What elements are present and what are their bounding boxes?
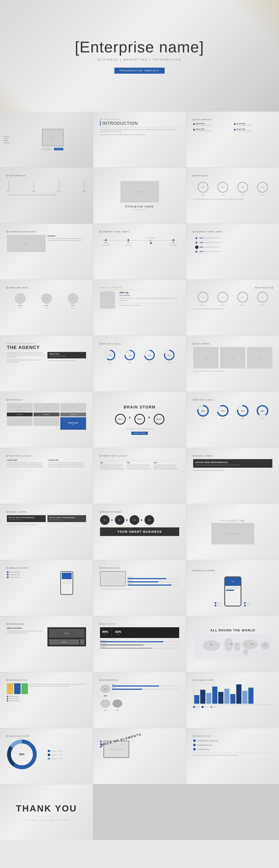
legend-sq bbox=[48, 750, 50, 752]
ms2-feature: Feature 3 bbox=[246, 602, 251, 603]
image-news-2-label2: OFFICE NEW PERFORMANCE bbox=[49, 517, 84, 518]
service-dot bbox=[193, 129, 195, 130]
donut-chart-svg: 60% bbox=[7, 739, 37, 769]
fan-stat-num2: 63% bbox=[115, 630, 121, 633]
hero-button[interactable]: PRESENTATION TEMPLATE bbox=[114, 68, 165, 74]
image-news-2-box2: OFFICE NEW PERFORMANCE Lorem ipsum dolor… bbox=[47, 515, 86, 522]
process-arrow bbox=[126, 519, 128, 521]
slide-intro-body2: Lorem ipsum dolor sit amet, consectetur … bbox=[100, 134, 179, 136]
brain-btn[interactable]: LEARN MORE bbox=[131, 432, 148, 435]
ms2-feature: Feature 4 bbox=[246, 605, 251, 606]
tl2-body: Lorem ipsum dolor sit amet bbox=[205, 251, 220, 252]
intro-sq-blue bbox=[7, 696, 8, 697]
process-banner-text: YOUR SMART BUSINESS bbox=[117, 530, 162, 533]
responsive-sub: WRITE FEATURES bbox=[7, 627, 46, 629]
responsive-body: Lorem ipsum dolor sit amet consectetur a… bbox=[7, 630, 46, 634]
process-step: 04 bbox=[144, 515, 154, 525]
three-text-col3-body: Lorem ipsum dolor sit amet consectetur a… bbox=[154, 464, 179, 470]
svg-text:80%: 80% bbox=[168, 354, 171, 356]
skill-donut: 60% bbox=[104, 349, 116, 361]
enterprise-img: Image Place Holder bbox=[120, 181, 159, 203]
chart-legend-label: Category C — 15% bbox=[51, 758, 62, 760]
tl2-year: 2012 bbox=[200, 237, 204, 239]
legend-sq bbox=[48, 754, 50, 756]
collateral-title: COLLATERAL bbox=[193, 343, 272, 345]
tl-year: 2013 bbox=[127, 242, 130, 243]
coffee-img: Image Place Holder bbox=[211, 523, 254, 545]
team-name: Name bbox=[71, 305, 75, 306]
tl2-dot bbox=[196, 242, 197, 244]
skill-donut: 72% bbox=[144, 349, 155, 361]
slide-title-our-service2: OUR SERVICE bbox=[7, 175, 86, 177]
highlights-img: Image bbox=[7, 235, 46, 252]
enterprise-subtitle: Lorem ipsum dolor sit amet bbox=[132, 209, 147, 210]
arrow-icon bbox=[148, 416, 150, 418]
ms2-feature: Feature 1 bbox=[217, 602, 221, 603]
contact-phone: +00 000 000 0000 bbox=[197, 749, 209, 750]
slide-image-news-1: IMAGE & NEWS OFFICE NEW PERFORMANCE Lore… bbox=[186, 448, 279, 504]
info-stat: Stat B bbox=[112, 687, 179, 688]
tl2-dot bbox=[196, 237, 197, 239]
chart-legend-label: Category A — 60% bbox=[51, 750, 62, 752]
slide-enterprise-name: Image Place Holder Enterprise name Lorem… bbox=[93, 168, 186, 223]
svg-text:60%: 60% bbox=[19, 753, 25, 756]
tl-year: 2012 bbox=[104, 242, 108, 243]
wwd-circle: Image bbox=[237, 292, 248, 303]
process-arrow bbox=[141, 519, 143, 521]
svg-point-28 bbox=[243, 640, 257, 649]
slide-introduction-text: WE ARE CREATIVE INTRODUCTION Lorem ipsum… bbox=[93, 112, 186, 167]
contact-icon bbox=[193, 739, 196, 742]
service-dot bbox=[193, 123, 195, 125]
svg-point-30 bbox=[243, 649, 248, 655]
chart-legend-label: Category B — 25% bbox=[51, 754, 62, 755]
portfolio-label: Brand Name bbox=[60, 412, 86, 416]
awesome-team-title: AWESOME TEAM bbox=[7, 287, 86, 289]
slide-our-service-arrows: OUR SERVICE Item 1 Item 2 Item 3 Item 4 bbox=[0, 168, 93, 223]
portfolio-title: PORTFOLIO bbox=[7, 399, 86, 401]
image-news-1-box: OFFICE NEW PERFORMANCE Lorem ipsum dolor… bbox=[193, 459, 272, 468]
slide-our-service-title: OUR SERVICE bbox=[193, 119, 272, 121]
portfolio-img: Image bbox=[33, 403, 59, 412]
slide-process-demo: PROCESS DEMO 01 02 03 04 YOUR SMART BUSI… bbox=[93, 504, 186, 560]
web-monitor: Monitor bbox=[100, 571, 126, 586]
world-map-svg bbox=[194, 634, 272, 659]
team-name: Name bbox=[18, 305, 22, 306]
intro-box-yellow bbox=[7, 683, 13, 694]
skill-donut: 80% bbox=[163, 349, 175, 361]
slide-img-placeholder: image bbox=[42, 129, 64, 146]
portfolio-img: Image bbox=[7, 417, 33, 426]
info-icon bbox=[100, 698, 111, 709]
image-news-2-box1: OFFICE NEW PERFORMANCE Lorem ipsum dolor… bbox=[7, 515, 46, 522]
three-text-col2-head: Title bbox=[127, 462, 152, 463]
chart-bar bbox=[230, 694, 236, 704]
skill2-title: WE GOT A SKILL bbox=[193, 399, 272, 401]
image-news-1-label: OFFICE NEW PERFORMANCE bbox=[195, 461, 270, 463]
slide-mock-up: MOCK UP ELEMENTS Image Place Holder bbox=[93, 728, 186, 784]
fan-facts-bar: 95% Stat 1 63% Stat 2 bbox=[100, 627, 179, 638]
slide-fan-facts: FAN FACTS 95% Stat 1 63% Stat 2 Category… bbox=[93, 616, 186, 672]
two-text-col2-body: Lorem ipsum dolor sit amet, consectetur … bbox=[48, 462, 86, 468]
fan-facts-title: FAN FACTS bbox=[100, 623, 179, 625]
agency-title: THE AGENCY bbox=[7, 345, 86, 350]
wwd-body: Lorem ipsum dolor sit amet consectetur a… bbox=[193, 308, 272, 310]
single-person-sub: SINGLE: P.JOHN JAY bbox=[100, 287, 179, 288]
mobile-system-1-title: MOBILE SYSTEM bbox=[7, 567, 86, 569]
slide-agency: RADIO & ENTERTAINMENT THE AGENCY Lorem i… bbox=[0, 336, 93, 392]
ms2-dot bbox=[215, 605, 216, 607]
hero-title: [Enterprise name] bbox=[75, 38, 204, 56]
slide-mobile-system-1: MOBILE SYSTEM Feature item here Feature … bbox=[0, 560, 93, 616]
brain-storm-title: BRAIN STORM bbox=[124, 405, 155, 409]
responsive-title: RESPONSIVE bbox=[7, 623, 86, 625]
brain-circle: Idea 2 bbox=[134, 414, 145, 425]
portfolio-label: Brand Name bbox=[33, 412, 59, 416]
highlights-body: Lorem ipsum dolor sit amet consectetur a… bbox=[47, 238, 86, 242]
highlights-sub: Highlights bbox=[47, 235, 86, 237]
tl-dot bbox=[128, 239, 129, 241]
process-banner: YOUR SMART BUSINESS bbox=[100, 527, 179, 536]
person-name: John Jay bbox=[119, 291, 179, 294]
tl2-year: 2015 bbox=[200, 251, 204, 252]
slide-what-we-do: WHAT WE DO Image Service 1 Image Service… bbox=[186, 280, 279, 336]
chart-bar bbox=[224, 689, 230, 704]
slide-timeline-1: COMPANY TIME LINE#1 2012 Lorem ipsum 201… bbox=[93, 224, 186, 280]
slide-intro-img: Marketing Funding Strategy Competition i… bbox=[0, 112, 93, 167]
